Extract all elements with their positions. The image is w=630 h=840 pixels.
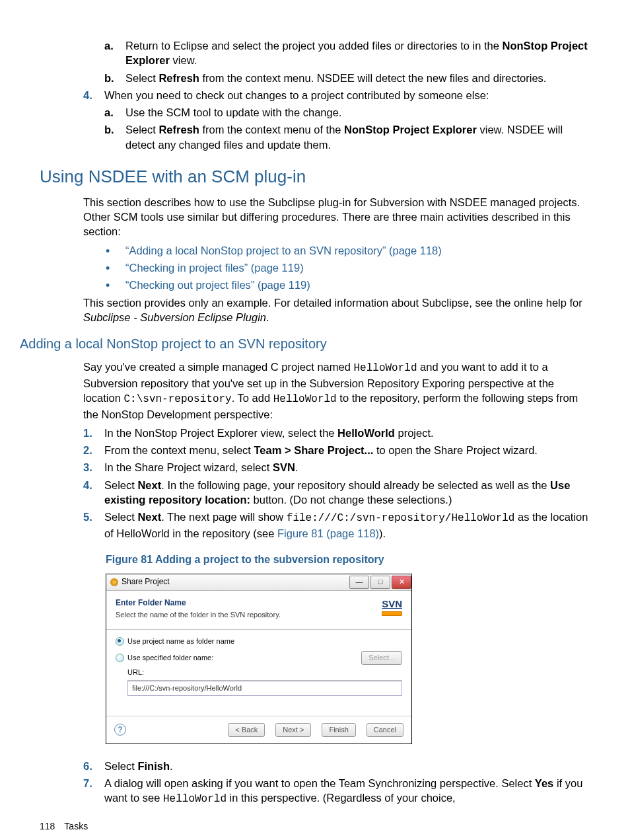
bullet-2: • “Checking in project files” (page 119) (106, 260, 590, 275)
step-4-text: When you need to check out changes to a … (104, 88, 489, 102)
next-button[interactable]: Next > (275, 723, 311, 737)
substep-4b-text: Select Refresh from the context menu of … (125, 122, 590, 152)
step-7: 7. A dialog will open asking if you want… (83, 776, 590, 807)
maximize-button[interactable]: □ (370, 576, 390, 589)
url-value: file:///C:/svn-repository/HelloWorld (127, 681, 402, 696)
dialog-header-title: Enter Folder Name (116, 597, 281, 608)
heading-scm-plugin: Using NSDEE with an SCM plug-in (40, 165, 590, 188)
step-4: 4. When you need to check out changes to… (83, 88, 590, 102)
step-3: 3. In the Share Project wizard, select S… (83, 460, 590, 475)
substep-b-text: Select Refresh from the context menu. NS… (125, 71, 546, 85)
app-icon (110, 578, 118, 586)
step-5: 5. Select Next. The next page will show … (83, 510, 590, 541)
substep-b: b. Select Refresh from the context menu.… (104, 71, 590, 85)
intro-paragraph: This section describes how to use the Su… (83, 195, 590, 239)
select-button[interactable]: Select... (361, 651, 402, 665)
svn-intro: Say you've created a simple managed C pr… (83, 360, 590, 422)
step-1: 1. In the NonStop Project Explorer view,… (83, 426, 590, 440)
marker-a: a. (104, 38, 125, 68)
dialog-title: Share Project (122, 576, 170, 587)
dialog-header-subtitle: Select the name of the folder in the SVN… (116, 610, 281, 620)
dialog-titlebar: Share Project — □ ✕ (106, 574, 411, 591)
back-button[interactable]: < Back (228, 723, 265, 737)
help-icon[interactable]: ? (114, 724, 126, 736)
substep-4a-text: Use the SCM tool to update with the chan… (125, 105, 341, 120)
finish-button[interactable]: Finish (322, 723, 355, 737)
dialog-header: Enter Folder Name Select the name of the… (106, 591, 411, 630)
radio-icon (116, 654, 124, 662)
link-adding[interactable]: “Adding a local NonStop project to an SV… (125, 243, 442, 258)
link-checkin[interactable]: “Checking in project files” (page 119) (125, 260, 304, 275)
substep-4a: a. Use the SCM tool to update with the c… (104, 105, 590, 120)
page-footer: 118Tasks (40, 820, 88, 833)
page-number: 118 (40, 821, 55, 831)
minimize-button[interactable]: — (349, 576, 369, 589)
bullet-icon: • (106, 260, 125, 275)
heading-adding-project: Adding a local NonStop project to an SVN… (20, 335, 590, 353)
url-label: URL: (127, 668, 402, 677)
step-6: 6. Select Finish. (83, 759, 590, 773)
link-figure-81[interactable]: Figure 81 (page 118) (277, 527, 379, 539)
substep-4b: b. Select Refresh from the context menu … (104, 122, 590, 152)
bullet-1: • “Adding a local NonStop project to an … (106, 243, 590, 258)
step-2: 2. From the context menu, select Team > … (83, 443, 590, 457)
substep-a-text: Return to Eclipse and select the project… (125, 38, 590, 68)
link-checkout[interactable]: “Checking out project files” (page 119) (125, 278, 310, 292)
marker-b: b. (104, 71, 125, 85)
bullet-icon: • (106, 278, 125, 292)
svn-logo: SVN (382, 597, 402, 620)
radio-use-specified[interactable]: Use specified folder name: (116, 653, 213, 663)
share-project-dialog: Share Project — □ ✕ Enter Folder Name Se… (106, 574, 412, 744)
section-name: Tasks (64, 821, 88, 831)
substep-a: a. Return to Eclipse and select the proj… (104, 38, 590, 68)
closing-paragraph: This section provides only an example. F… (83, 295, 590, 325)
figure-caption: Figure 81 Adding a project to the subver… (106, 553, 590, 567)
step-4b: 4. Select Next. In the following page, y… (83, 478, 590, 508)
radio-icon (116, 637, 124, 646)
cancel-button[interactable]: Cancel (367, 723, 403, 737)
radio-use-project-name[interactable]: Use project name as folder name (116, 636, 402, 646)
bullet-icon: • (106, 243, 125, 258)
marker-4: 4. (83, 88, 104, 102)
bullet-3: • “Checking out project files” (page 119… (106, 278, 590, 292)
close-button[interactable]: ✕ (392, 576, 411, 589)
